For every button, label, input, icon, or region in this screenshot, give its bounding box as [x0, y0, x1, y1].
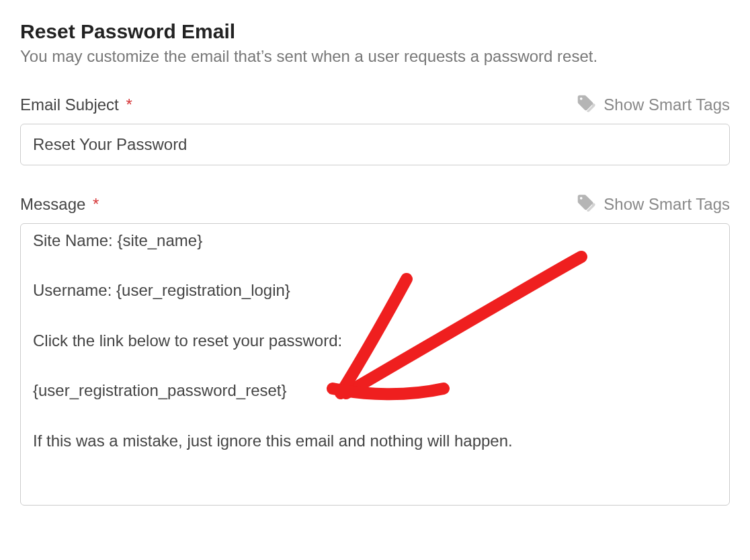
message-textarea-content: Site Name: {site_name} Username: {user_r… — [33, 228, 717, 453]
required-marker: * — [93, 195, 99, 213]
show-smart-tags-label: Show Smart Tags — [603, 95, 730, 114]
message-textarea[interactable]: Site Name: {site_name} Username: {user_r… — [20, 223, 730, 506]
show-smart-tags-label: Show Smart Tags — [603, 195, 730, 214]
show-smart-tags-message[interactable]: Show Smart Tags — [575, 192, 730, 216]
message-label: Message * — [20, 195, 99, 214]
tags-icon — [575, 93, 595, 117]
email-subject-row: Email Subject * Show Smart Tags — [20, 93, 730, 117]
message-label-text: Message — [20, 195, 85, 213]
section-title: Reset Password Email — [20, 20, 730, 43]
message-textarea-wrap: Site Name: {site_name} Username: {user_r… — [20, 223, 730, 506]
email-subject-label-text: Email Subject — [20, 95, 119, 114]
section-description: You may customize the email that’s sent … — [20, 47, 730, 66]
email-subject-input[interactable] — [20, 124, 730, 165]
tags-icon — [575, 192, 595, 216]
message-row: Message * Show Smart Tags — [20, 192, 730, 216]
required-marker: * — [126, 95, 132, 114]
show-smart-tags-subject[interactable]: Show Smart Tags — [575, 93, 730, 117]
email-subject-label: Email Subject * — [20, 95, 132, 114]
